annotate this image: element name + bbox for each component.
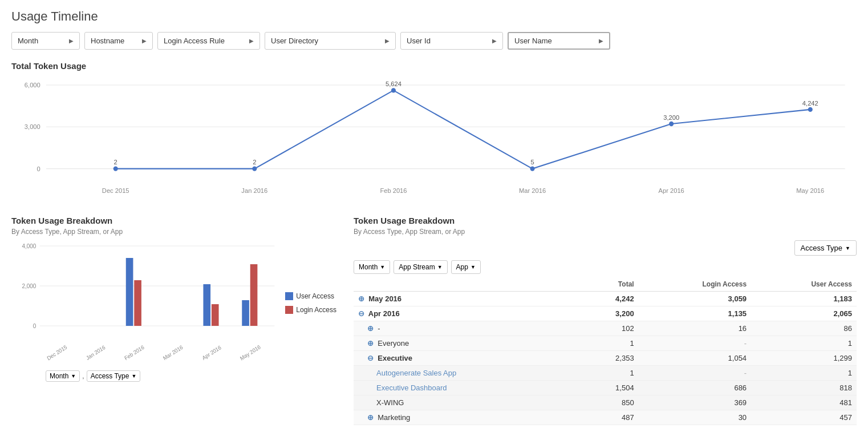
chart-footer-access-type-arrow: ▼ (131, 373, 136, 379)
row-controls: Month ▼ App Stream ▼ App ▼ (354, 260, 857, 274)
breakdown-chart-title: Token Usage Breakdown (11, 216, 342, 225)
table-row: ⊕ May 2016 4,242 3,059 1,183 (354, 292, 857, 306)
filter-hostname[interactable]: Hostname ▶ (84, 32, 153, 50)
legend-user-access: User Access (285, 292, 336, 300)
col-header-name (354, 277, 580, 292)
access-type-button[interactable]: Access Type ▼ (794, 240, 857, 256)
expand-icon[interactable]: ⊕ (367, 339, 376, 348)
expand-icon[interactable]: ⊕ (367, 324, 376, 333)
collapse-icon[interactable]: ⊖ (367, 354, 376, 362)
svg-text:3,000: 3,000 (25, 123, 40, 130)
row-ctrl-month[interactable]: Month ▼ (354, 260, 390, 274)
svg-text:6,000: 6,000 (25, 82, 40, 88)
row-label: ⊕ May 2016 (354, 292, 580, 306)
row-ctrl-app-stream-arrow: ▼ (437, 264, 443, 270)
svg-text:Apr 2016: Apr 2016 (201, 344, 222, 361)
row-label: ⊖ Apr 2016 (354, 306, 580, 321)
svg-text:Jan 2016: Jan 2016 (241, 187, 267, 193)
bar-chart-container: 4,000 2,000 0 Dec 2015 Jan 2016 Feb 2016… (11, 240, 279, 366)
svg-point-16 (669, 122, 674, 126)
collapse-icon[interactable]: ⊖ (358, 309, 367, 318)
chart-footer-month-arrow: ▼ (71, 373, 76, 379)
filter-user-directory-arrow: ▶ (385, 38, 390, 44)
svg-text:Feb 2016: Feb 2016 (380, 187, 407, 193)
filter-login-access-rule[interactable]: Login Access Rule ▶ (157, 32, 260, 50)
svg-text:May 2016: May 2016 (796, 187, 824, 193)
svg-point-12 (113, 166, 118, 171)
bar-chart-svg: 4,000 2,000 0 Dec 2015 Jan 2016 Feb 2016… (11, 240, 279, 366)
svg-text:Apr 2016: Apr 2016 (659, 187, 684, 193)
filter-month[interactable]: Month ▶ (11, 32, 80, 50)
row-dash: - (639, 366, 751, 381)
svg-text:Feb 2016: Feb 2016 (123, 344, 145, 361)
expand-icon[interactable]: ⊕ (358, 294, 367, 303)
breakdown-table-title: Token Usage Breakdown (354, 216, 857, 225)
svg-text:2: 2 (253, 159, 256, 165)
row-ctrl-app-arrow: ▼ (470, 264, 476, 270)
svg-rect-38 (203, 284, 210, 326)
svg-rect-39 (212, 304, 219, 326)
row-ctrl-month-arrow: ▼ (380, 264, 385, 270)
filter-month-arrow: ▶ (69, 38, 74, 44)
total-token-title: Total Token Usage (11, 61, 857, 71)
svg-text:Dec 2015: Dec 2015 (102, 187, 129, 193)
svg-text:4,000: 4,000 (22, 243, 36, 250)
table-row: Autogenerate Sales App 1 - 1 (354, 366, 857, 381)
table-row: Executive Dashboard 1,504 686 818 (354, 381, 857, 395)
chart-footer-month-btn[interactable]: Month ▼ (46, 370, 80, 382)
svg-text:4,242: 4,242 (802, 99, 818, 106)
svg-rect-41 (250, 264, 258, 326)
filter-login-access-rule-arrow: ▶ (249, 38, 254, 44)
col-header-total: Total (580, 277, 638, 292)
expand-icon[interactable]: ⊕ (367, 413, 376, 422)
line-chart-svg: 6,000 3,000 0 Dec 2015 Jan 2016 Feb 2016… (11, 73, 857, 199)
table-row: ⊖ Apr 2016 3,200 1,135 2,065 (354, 306, 857, 321)
svg-text:5: 5 (530, 159, 534, 165)
svg-rect-37 (134, 280, 141, 326)
app-link[interactable]: Autogenerate Sales App (376, 369, 456, 377)
legend-color-user-access (285, 292, 293, 300)
filter-bar: Month ▶ Hostname ▶ Login Access Rule ▶ U… (11, 32, 857, 50)
filter-user-id-arrow: ▶ (492, 38, 497, 44)
row-label: ⊖ Executive (354, 351, 580, 366)
bottom-panels: Token Usage Breakdown By Access Type, Ap… (11, 216, 857, 425)
table-row: ⊖ Executive 2,353 1,054 1,299 (354, 351, 857, 366)
page-title: Usage Timeline (11, 9, 857, 24)
row-label: ⊕ Marketing (354, 410, 580, 425)
row-label: ⊕ Everyone (354, 336, 580, 351)
left-panel: Token Usage Breakdown By Access Type, Ap… (11, 216, 342, 425)
filter-user-id[interactable]: User Id ▶ (400, 32, 503, 50)
table-header-row: Total Login Access User Access (354, 277, 857, 292)
svg-text:3,200: 3,200 (663, 114, 679, 121)
filter-user-name-arrow: ▶ (599, 38, 603, 44)
row-ctrl-app-stream[interactable]: App Stream ▼ (394, 260, 447, 274)
chart-footer-access-type-btn[interactable]: Access Type ▼ (87, 370, 141, 382)
svg-text:2: 2 (114, 159, 117, 165)
svg-text:Jan 2016: Jan 2016 (85, 344, 106, 362)
table-controls: Access Type ▼ (354, 240, 857, 256)
right-panel: Token Usage Breakdown By Access Type, Ap… (354, 216, 857, 425)
row-dash: - (639, 336, 751, 351)
filter-hostname-arrow: ▶ (142, 38, 147, 44)
app-link[interactable]: Executive Dashboard (376, 383, 447, 392)
table-row: X-WING 850 369 481 (354, 395, 857, 410)
row-label: Executive Dashboard (354, 381, 580, 395)
breakdown-table: Total Login Access User Access ⊕ May 201… (354, 277, 857, 425)
col-header-login: Login Access (639, 277, 751, 292)
row-ctrl-app[interactable]: App ▼ (451, 260, 481, 274)
svg-point-14 (391, 88, 396, 92)
svg-rect-40 (242, 300, 249, 326)
svg-text:0: 0 (33, 323, 36, 330)
legend-login-access: Login Access (285, 306, 336, 314)
row-label: Autogenerate Sales App (354, 366, 580, 381)
svg-text:0: 0 (37, 165, 40, 172)
filter-user-name[interactable]: User Name ▶ (508, 32, 610, 50)
breakdown-chart-subtitle: By Access Type, App Stream, or App (11, 228, 342, 236)
page-container: Usage Timeline Month ▶ Hostname ▶ Login … (0, 0, 868, 434)
svg-point-17 (808, 107, 813, 112)
col-header-user: User Access (751, 277, 857, 292)
legend-color-login-access (285, 306, 293, 314)
filter-user-directory[interactable]: User Directory ▶ (265, 32, 396, 50)
svg-text:2,000: 2,000 (22, 283, 36, 290)
row-label: ⊕ - (354, 321, 580, 336)
